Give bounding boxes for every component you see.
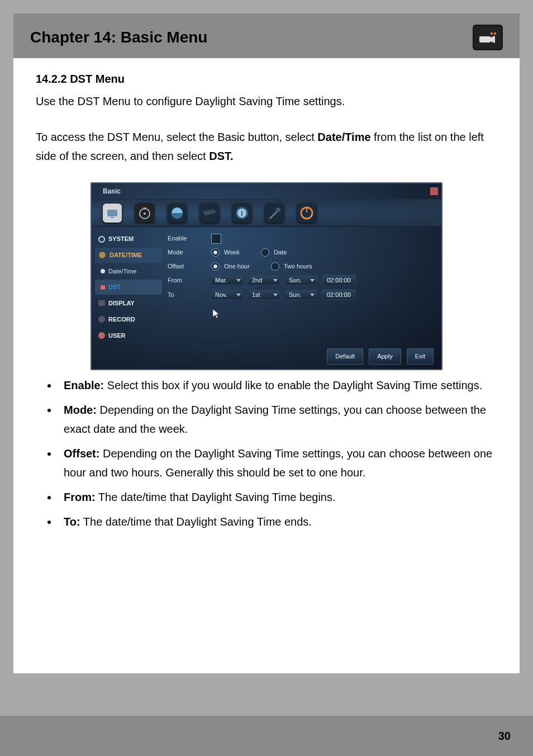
record-icon — [98, 316, 105, 323]
bullet-to-text: The date/time that Daylight Saving Time … — [80, 516, 312, 528]
p2-bold-dst: DST. — [209, 150, 233, 162]
tab-datetime-icon[interactable] — [135, 204, 154, 223]
bullet-mode-label: Mode: — [64, 404, 97, 416]
svg-rect-13 — [306, 207, 307, 212]
svg-text:i: i — [241, 210, 242, 218]
sidebar-item-dst[interactable]: DST — [95, 280, 162, 295]
chapter-title: Chapter 14: Basic Menu — [30, 29, 207, 46]
tab-system-icon[interactable] — [103, 204, 122, 223]
screenshot-window-title: Basic — [103, 186, 121, 197]
bullet-offset-text: Depending on the Daylight Saving Time se… — [64, 447, 492, 479]
radio-date-label: Date — [274, 247, 287, 258]
list-item: To: The date/time that Daylight Saving T… — [58, 512, 497, 531]
tab-display-icon[interactable] — [168, 204, 187, 223]
sidebar-item-datetime-group[interactable]: DATE/TIME — [95, 248, 162, 263]
list-item: Offset: Depending on the Daylight Saving… — [58, 444, 497, 482]
dst-menu-screenshot: Basic i — [91, 182, 442, 370]
row-to: To Nov. 1st Sun. 02:00:00 — [168, 287, 435, 302]
svg-rect-3 — [107, 210, 117, 216]
svg-point-6 — [144, 212, 146, 215]
paragraph-intro: Use the DST Menu to configure Daylight S… — [36, 92, 497, 111]
sidebar-item-user[interactable]: USER — [95, 328, 162, 343]
bullet-from-text: The date/time that Daylight Saving Time … — [96, 491, 336, 503]
p2-bold-datetime: Date/Time — [317, 131, 370, 143]
document-page: Chapter 14: Basic Menu 14.2.2 DST Menu U… — [0, 0, 533, 756]
radio-two-hours[interactable] — [271, 262, 279, 271]
from-ordinal-select[interactable]: 2nd — [248, 275, 280, 285]
to-time-field[interactable]: 02:00:00 — [322, 289, 356, 300]
to-month-select[interactable]: Nov. — [211, 290, 244, 300]
cursor-icon — [212, 309, 435, 322]
exit-button[interactable]: Exit — [407, 348, 434, 365]
chevron-down-icon — [310, 279, 315, 282]
svg-point-1 — [494, 32, 497, 35]
from-day-select[interactable]: Sun. — [285, 275, 317, 285]
chevron-down-icon — [273, 279, 278, 282]
radio-one-hour-label: One hour — [224, 261, 250, 272]
label-enable: Enable — [168, 233, 207, 244]
paragraph-access: To access the DST Menu, select the Basic… — [36, 127, 497, 166]
chevron-down-icon — [236, 279, 241, 282]
bullet-enable-text: Select this box if you would like to ena… — [104, 379, 482, 391]
sidebar-item-record[interactable]: RECORD — [95, 312, 162, 327]
label-from: From — [168, 275, 207, 286]
list-item: Enable: Select this box if you would lik… — [58, 376, 497, 395]
radio-week-label: Week — [224, 247, 240, 258]
row-enable: Enable — [168, 231, 435, 245]
svg-point-11 — [276, 207, 280, 212]
tab-tools-icon[interactable] — [265, 204, 284, 223]
row-mode: Mode Week Date — [168, 245, 435, 259]
section-heading: 14.2.2 DST Menu — [36, 69, 497, 88]
close-icon[interactable] — [430, 187, 438, 195]
from-month-select[interactable]: Mar. — [211, 275, 244, 285]
bullet-offset-label: Offset: — [64, 447, 99, 460]
sidebar-item-datetime[interactable]: Date/Time — [95, 264, 162, 279]
camera-icon — [473, 25, 503, 50]
screenshot-body: SYSTEM DATE/TIME Date/Time DST — [92, 227, 441, 348]
user-icon — [98, 332, 105, 339]
monitor-icon — [98, 300, 105, 306]
to-ordinal-select[interactable]: 1st — [248, 290, 280, 300]
bullet-enable-label: Enable: — [64, 379, 104, 391]
chevron-down-icon — [310, 294, 315, 296]
tab-info-icon[interactable]: i — [232, 204, 251, 223]
svg-point-0 — [491, 32, 493, 35]
clock-icon — [98, 251, 106, 259]
radio-one-hour[interactable] — [211, 262, 220, 271]
svg-rect-4 — [111, 217, 114, 218]
list-item: From: The date/time that Daylight Saving… — [58, 488, 497, 507]
bullet-to-label: To: — [64, 516, 80, 528]
bullet-icon — [101, 285, 105, 290]
tab-power-icon[interactable] — [297, 204, 316, 223]
screenshot-button-row: Default Apply Exit — [92, 348, 441, 369]
page-number: 30 — [498, 730, 511, 743]
bullet-from-label: From: — [64, 491, 96, 503]
radio-two-hours-label: Two hours — [284, 261, 312, 272]
screenshot-tabbar: i — [92, 200, 441, 227]
default-button[interactable]: Default — [327, 348, 363, 365]
gear-icon — [98, 236, 105, 243]
sidebar-item-system[interactable]: SYSTEM — [95, 231, 162, 247]
to-day-select[interactable]: Sun. — [285, 290, 317, 300]
radio-date[interactable] — [261, 248, 269, 257]
row-offset: Offset One hour Two hours — [168, 259, 435, 273]
label-offset: Offset — [168, 261, 207, 272]
label-mode: Mode — [168, 247, 207, 258]
svg-rect-2 — [479, 36, 491, 42]
page-card: Chapter 14: Basic Menu 14.2.2 DST Menu U… — [13, 13, 520, 673]
list-item: Mode: Depending on the Daylight Saving T… — [58, 400, 497, 438]
screenshot-sidebar: SYSTEM DATE/TIME Date/Time DST — [92, 227, 165, 348]
sidebar-item-display[interactable]: DISPLAY — [95, 296, 162, 311]
enable-checkbox[interactable] — [211, 234, 221, 244]
content-area: 14.2.2 DST Menu Use the DST Menu to conf… — [13, 58, 520, 531]
label-to: To — [168, 290, 207, 300]
radio-week[interactable] — [211, 248, 220, 257]
tab-hdd-icon[interactable] — [200, 204, 219, 223]
p2-prefix: To access the DST Menu, select the Basic… — [36, 131, 317, 143]
description-list: Enable: Select this box if you would lik… — [58, 376, 497, 531]
apply-button[interactable]: Apply — [369, 348, 401, 365]
from-time-field[interactable]: 02:00:00 — [322, 275, 356, 286]
screenshot-form: Enable Mode Week Date Offset — [165, 227, 441, 348]
row-from: From Mar. 2nd Sun. 02:00:00 — [168, 273, 435, 287]
bullet-mode-text: Depending on the Daylight Saving Time se… — [64, 404, 486, 435]
